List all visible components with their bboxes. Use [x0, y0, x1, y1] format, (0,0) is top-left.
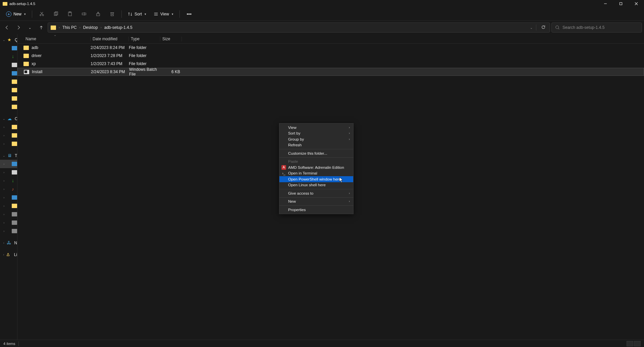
file-name: adb [32, 45, 91, 50]
maximize-button[interactable] [613, 0, 629, 7]
copy-icon[interactable] [50, 9, 62, 19]
sidebar-item[interactable]: ↓ [0, 52, 17, 61]
window-title: adb-setup-1.4.5 [9, 2, 35, 6]
chevron-down-icon[interactable]: ⌄ [530, 26, 533, 30]
cm-customize[interactable]: Customize this folder... [279, 150, 353, 156]
sidebar-item[interactable]: › [0, 168, 17, 177]
forward-button[interactable] [13, 22, 23, 33]
sidebar-item[interactable] [0, 78, 17, 86]
file-size: 6 KB [161, 69, 180, 74]
cm-refresh[interactable]: Refresh [279, 142, 353, 148]
cm-view[interactable]: View› [279, 125, 353, 131]
view-button[interactable]: View ▾ [151, 10, 176, 18]
column-headers: Name Date modified Type Size [17, 34, 644, 44]
cm-open-powershell[interactable]: Open PowerShell window here [279, 176, 353, 182]
cm-open-terminal[interactable]: ›_Open in Terminal [279, 170, 353, 177]
divider [121, 10, 122, 18]
sidebar-item[interactable]: › [0, 193, 17, 202]
column-date[interactable]: Date modified [91, 37, 129, 41]
file-type: Windows Batch File [129, 67, 161, 77]
file-row[interactable]: adb2/24/2023 8:24 PMFile folder [17, 44, 644, 52]
file-row[interactable]: driver1/2/2023 7:28 PMFile folder [17, 52, 644, 60]
sidebar-item[interactable]: › [0, 227, 17, 235]
file-name: Install [32, 69, 91, 74]
sidebar-item[interactable] [0, 94, 17, 103]
back-button[interactable] [2, 22, 12, 33]
divider [32, 10, 32, 18]
sidebar-item[interactable]: ›↓ [0, 177, 17, 185]
sidebar-item[interactable]: › [0, 218, 17, 227]
cm-group-by[interactable]: Group by› [279, 136, 353, 142]
separator [279, 189, 353, 189]
sidebar-network[interactable]: ›🖧N [0, 239, 17, 247]
recent-button[interactable]: ⌄ [25, 22, 35, 33]
separator [279, 197, 353, 198]
more-button[interactable]: ••• [183, 9, 195, 19]
sidebar-item[interactable]: › [0, 202, 17, 210]
item-count: 4 items [3, 342, 15, 346]
cut-icon[interactable] [36, 9, 48, 19]
window-folder-icon [3, 2, 7, 6]
search-icon [555, 25, 560, 30]
batch-file-icon [24, 70, 29, 74]
folder-icon [23, 62, 29, 66]
cm-sort-by[interactable]: Sort by› [279, 131, 353, 137]
rename-icon[interactable] [78, 9, 90, 19]
cm-open-linux[interactable]: Open Linux shell here [279, 182, 353, 188]
breadcrumb-sep: › [59, 26, 60, 29]
cm-properties[interactable]: Properties [279, 207, 353, 213]
sidebar-item[interactable]: ›♪ [0, 185, 17, 193]
svg-point-4 [40, 14, 41, 16]
file-row[interactable]: Install2/24/2023 8:34 PMWindows Batch Fi… [17, 68, 644, 76]
context-menu: View› Sort by› Group by› Refresh Customi… [279, 123, 354, 214]
new-button[interactable]: + New ▾ [3, 10, 29, 18]
sidebar-item[interactable] [0, 44, 17, 52]
minimize-button[interactable] [598, 0, 613, 7]
address-bar[interactable]: › This PC › Desktop › adb-setup-1.4.5 ⌄ [48, 22, 550, 33]
statusbar: 4 items [0, 340, 644, 347]
sidebar-item-desktop[interactable]: › [0, 160, 17, 168]
cm-paste: Paste [279, 159, 353, 165]
up-button[interactable] [36, 22, 46, 33]
sidebar-item[interactable]: › [0, 131, 17, 140]
details-view-button[interactable] [627, 341, 633, 346]
column-name[interactable]: Name [23, 37, 91, 41]
sidebar-item[interactable] [0, 86, 17, 94]
thumbnails-view-button[interactable] [634, 341, 641, 346]
sidebar-this-pc[interactable]: ⌄🖥TI [0, 151, 17, 160]
sidebar-item[interactable] [0, 103, 17, 111]
breadcrumb[interactable]: Desktop [82, 24, 99, 31]
sidebar-onedrive[interactable]: ⌄☁O [0, 114, 17, 123]
folder-icon [23, 46, 29, 50]
cm-amd[interactable]: AAMD Software: Adrenalin Edition [279, 164, 353, 170]
column-type[interactable]: Type [129, 37, 160, 41]
breadcrumb[interactable]: This PC [61, 24, 78, 31]
sidebar-item[interactable]: › [0, 123, 17, 131]
file-type: File folder [129, 45, 160, 50]
sidebar-item[interactable]: › [0, 140, 17, 148]
share-icon[interactable] [92, 9, 104, 19]
column-size[interactable]: Size [160, 37, 182, 41]
separator [279, 157, 353, 158]
file-date: 1/2/2023 7:43 PM [91, 61, 129, 66]
separator [279, 149, 353, 149]
svg-line-7 [40, 12, 43, 15]
separator [279, 205, 353, 206]
sidebar-linux[interactable]: ›ΔLi [0, 250, 17, 259]
file-row[interactable]: xp1/2/2023 7:43 PMFile folder [17, 60, 644, 68]
refresh-button[interactable] [540, 23, 547, 32]
sidebar-item[interactable] [0, 61, 17, 69]
cm-new[interactable]: New› [279, 199, 353, 205]
file-name: driver [32, 53, 91, 58]
sidebar-item[interactable] [0, 69, 17, 78]
breadcrumb[interactable]: adb-setup-1.4.5 [103, 24, 134, 31]
search-input[interactable]: Search adb-setup-1.4.5 [551, 22, 642, 33]
sidebar-quick-access[interactable]: ⌄★Q [0, 36, 17, 44]
sidebar-item[interactable]: › [0, 210, 17, 218]
view-toggle [627, 341, 641, 346]
cm-give-access[interactable]: Give access to› [279, 190, 353, 196]
paste-icon[interactable] [64, 9, 76, 19]
sort-button[interactable]: Sort ▾ [125, 10, 149, 18]
delete-icon[interactable] [106, 9, 118, 19]
close-button[interactable] [629, 0, 644, 7]
